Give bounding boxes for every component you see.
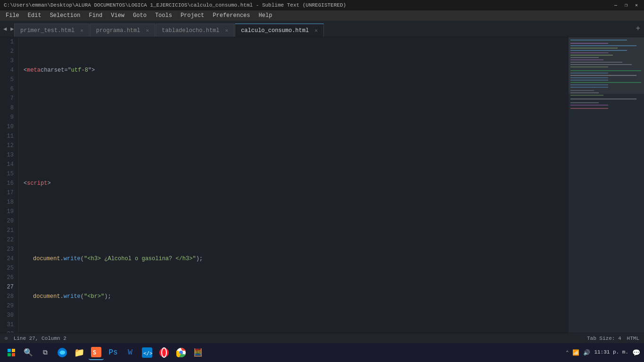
status-right: Tab Size: 4 HTML [587,336,639,341]
svg-text:</>: </> [143,350,152,356]
syntax-label[interactable]: HTML [627,336,639,341]
git-branch-icon: ⊙ [5,335,8,341]
line-num-32: 32 [4,329,14,333]
line-num-7: 7 [4,94,14,103]
window-controls: — ❐ ✕ [612,1,640,9]
line-num-3: 3 [4,56,14,66]
maximize-button[interactable]: ❐ [622,1,630,9]
task-view-button[interactable]: ⧉ [38,345,53,360]
line-num-21: 21 [4,226,14,235]
tab-label: programa.html [96,27,140,34]
vs-code-icon[interactable]: </> [140,345,155,360]
tab-next-icon[interactable]: ▶ [9,25,15,33]
line-num-17: 17 [4,188,14,197]
svg-text:S: S [93,349,96,356]
opera-icon[interactable] [157,345,172,360]
line-num-12: 12 [4,141,14,150]
line-num-30: 30 [4,311,14,320]
title-text: C:\Users\emman\Desktop\ALURA DOCUMENTOS\… [4,2,346,8]
code-line-3 [24,141,564,150]
tab-close-icon[interactable]: ✕ [80,27,83,33]
line-num-18: 18 [4,197,14,207]
minimize-button[interactable]: — [612,1,619,9]
menu-view[interactable]: View [107,11,128,20]
svg-rect-24 [570,102,599,103]
word-icon[interactable]: W [123,345,138,360]
calc-icon[interactable]: 🧮 [190,345,206,360]
line-num-22: 22 [4,235,14,245]
tab-close-icon[interactable]: ✕ [146,27,149,33]
time-display: 11:31 p. m. [594,349,628,356]
tab-primer-test[interactable]: primer_test.html ✕ [14,24,90,37]
line-num-31: 31 [4,320,14,329]
line-num-25: 25 [4,263,14,273]
tab-calculo-consumo[interactable]: calculo_consumo.html ✕ [235,24,324,37]
menu-help[interactable]: Help [255,11,276,20]
menu-edit[interactable]: Edit [24,11,45,20]
new-tab-button[interactable]: + [632,25,644,33]
svg-point-36 [159,348,169,357]
menu-tools[interactable]: Tools [151,11,176,20]
edge-browser-icon[interactable] [55,345,70,360]
line-num-6: 6 [4,84,14,94]
line-num-15: 15 [4,169,14,179]
code-line-8 [24,329,564,333]
tab-bar: ◀ ▶ primer_test.html ✕ programa.html ✕ t… [0,21,644,37]
line-num-29: 29 [4,301,14,311]
search-button[interactable]: 🔍 [21,345,36,360]
status-left: ⊙ Line 27, Column 2 [5,335,66,341]
code-line-5 [24,216,564,226]
code-editor[interactable]: <meta charset="utf-8"> <script > documen… [19,37,569,333]
line-num-11: 11 [4,132,14,141]
menu-find[interactable]: Find [85,11,106,20]
svg-rect-22 [570,95,603,96]
sublime-text-icon[interactable]: S [89,345,104,360]
tab-label: calculo_consumo.html [241,27,309,34]
tab-label: primer_test.html [20,27,74,34]
taskbar: 🔍 ⧉ 📁 S Ps W </> 🧮 ⌃ 📶 🔊 [0,343,644,362]
start-button[interactable] [4,345,19,360]
close-button[interactable]: ✕ [633,1,640,9]
chrome-icon[interactable] [173,345,189,360]
menu-goto[interactable]: Goto [129,11,150,20]
tab-programa[interactable]: programa.html ✕ [90,24,155,37]
title-bar: C:\Users\emman\Desktop\ALURA DOCUMENTOS\… [0,0,644,10]
svg-rect-25 [570,105,608,106]
svg-rect-23 [570,99,636,99]
menu-file[interactable]: File [2,11,23,20]
line-num-2: 2 [4,47,14,56]
network-icon[interactable]: 📶 [572,349,579,356]
menu-preferences[interactable]: Preferences [209,11,254,20]
line-num-10: 10 [4,122,14,132]
line-numbers: 1 2 3 4 5 6 7 8 9 10 11 12 13 14 15 16 1… [0,37,19,333]
code-area: 1 2 3 4 5 6 7 8 9 10 11 12 13 14 15 16 1… [0,37,644,333]
code-line-2 [24,103,564,113]
line-num-9: 9 [4,113,14,122]
menu-selection[interactable]: Selection [46,11,84,20]
line-num-4: 4 [4,66,14,75]
file-explorer-icon[interactable]: 📁 [72,345,87,360]
code-line-4: <script > [24,179,564,188]
notification-icon[interactable]: 💬 [632,349,640,357]
line-num-8: 8 [4,103,14,113]
tab-size[interactable]: Tab Size: 4 [587,336,621,341]
tab-tabladelocho[interactable]: tabladelocho.html ✕ [156,24,234,37]
tab-nav[interactable]: ◀ ▶ [0,25,17,33]
tab-close-icon[interactable]: ✕ [225,27,229,33]
menu-project[interactable]: Project [177,11,208,20]
clock[interactable]: 11:31 p. m. [594,349,628,356]
photoshop-icon[interactable]: Ps [106,345,121,360]
line-num-1: 1 [4,37,14,47]
line-num-26: 26 [4,273,14,282]
line-num-24: 24 [4,254,14,263]
line-num-5: 5 [4,75,14,84]
code-line-7: document.write("<br>"); [24,292,564,301]
code-line-1: <meta charset="utf-8"> [24,66,564,75]
system-tray-icon-arrow[interactable]: ⌃ [566,350,569,355]
tab-prev-icon[interactable]: ◀ [2,25,8,33]
volume-icon[interactable]: 🔊 [583,349,590,356]
tab-close-icon[interactable]: ✕ [314,27,318,33]
status-bar: ⊙ Line 27, Column 2 Tab Size: 4 HTML [0,333,644,343]
line-num-23: 23 [4,245,14,254]
taskbar-right: ⌃ 📶 🔊 11:31 p. m. 💬 [566,349,640,357]
